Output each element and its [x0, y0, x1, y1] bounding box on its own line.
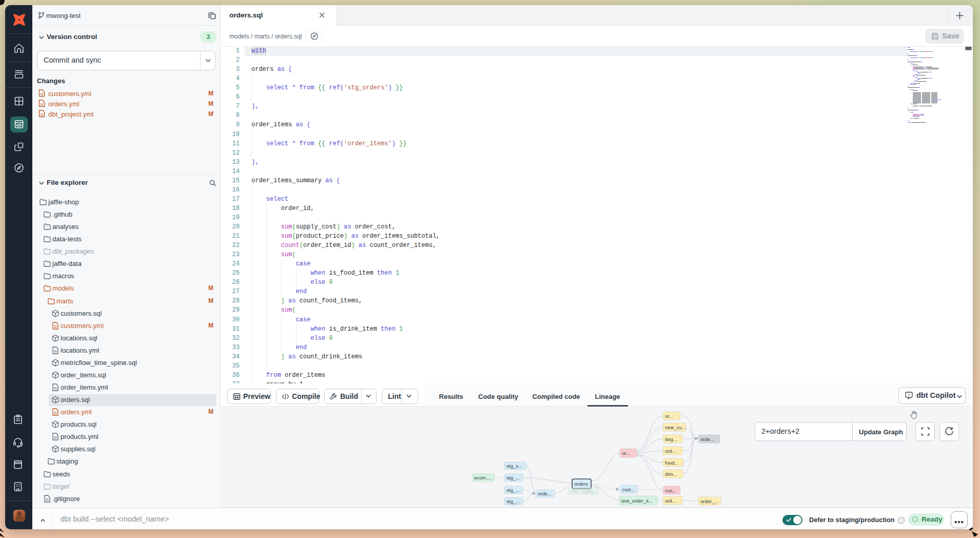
- svg-text:stg_...: stg_...: [506, 498, 520, 504]
- svg-text:stg_...: stg_...: [506, 475, 520, 481]
- svg-text:orde...: orde...: [700, 436, 714, 442]
- svg-text:ecom....: ecom....: [474, 475, 492, 481]
- svg-text:new_cu...: new_cu...: [665, 425, 686, 430]
- svg-text:stg_o...: stg_o...: [506, 463, 522, 469]
- svg-text:order_...: order_...: [700, 498, 718, 504]
- svg-text:test_order_it...: test_order_it...: [621, 498, 653, 504]
- svg-text:food...: food...: [665, 460, 678, 466]
- svg-text:or...: or...: [665, 413, 673, 419]
- svg-text:orde...: orde...: [538, 491, 552, 496]
- svg-text:test_supply...: test_supply...: [571, 489, 597, 494]
- svg-text:ord...: ord...: [665, 498, 676, 504]
- svg-text:or...: or...: [622, 450, 630, 456]
- svg-text:drin...: drin...: [665, 471, 677, 477]
- svg-text:cus...: cus...: [665, 488, 677, 493]
- svg-text:larg...: larg...: [665, 436, 677, 442]
- svg-text:ord...: ord...: [665, 448, 676, 454]
- svg-text:orders: orders: [574, 481, 588, 487]
- svg-text:cust...: cust...: [622, 487, 635, 492]
- svg-text:?: ?: [900, 518, 903, 523]
- svg-text:stg_...: stg_...: [506, 487, 520, 493]
